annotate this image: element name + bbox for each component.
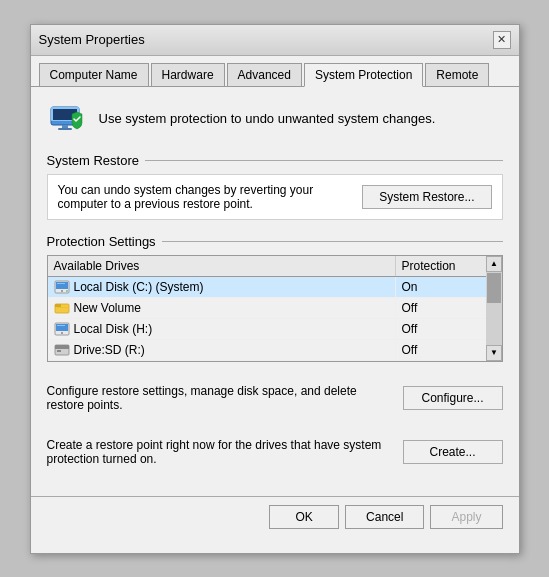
disk-icon	[54, 322, 70, 336]
tab-hardware[interactable]: Hardware	[151, 63, 225, 87]
restore-section: You can undo system changes by reverting…	[47, 174, 503, 220]
volume-icon	[54, 301, 70, 315]
col-drives-header: Available Drives	[48, 256, 396, 276]
svg-rect-3	[62, 125, 68, 128]
drive-cell: Drive:SD (R:)	[48, 340, 396, 360]
system-properties-window: System Properties ✕ Computer Name Hardwa…	[30, 24, 520, 554]
svg-rect-11	[55, 304, 61, 307]
col-protection-header: Protection	[396, 256, 486, 276]
tab-bar: Computer Name Hardware Advanced System P…	[31, 56, 519, 87]
table-row[interactable]: New Volume Off	[48, 298, 486, 319]
configure-section: Configure restore settings, manage disk …	[47, 376, 503, 420]
system-restore-section: System Restore You can undo system chang…	[47, 153, 503, 220]
system-drive-icon	[54, 280, 70, 294]
table-body: Local Disk (C:) (System) On	[48, 277, 486, 361]
drive-cell: Local Disk (H:)	[48, 319, 396, 339]
tab-computer-name[interactable]: Computer Name	[39, 63, 149, 87]
protection-cell: Off	[396, 340, 486, 360]
tab-content: Use system protection to undo unwanted s…	[31, 87, 519, 496]
tab-advanced[interactable]: Advanced	[227, 63, 302, 87]
drive-cell: New Volume	[48, 298, 396, 318]
header-section: Use system protection to undo unwanted s…	[47, 99, 503, 139]
table-row[interactable]: Local Disk (H:) Off	[48, 319, 486, 340]
svg-rect-8	[57, 283, 65, 284]
scroll-down-arrow[interactable]: ▼	[486, 345, 502, 361]
system-restore-button[interactable]: System Restore...	[362, 185, 491, 209]
table-row[interactable]: Local Disk (C:) (System) On	[48, 277, 486, 298]
window-title: System Properties	[39, 32, 145, 47]
drives-table: Available Drives Protection	[47, 255, 503, 362]
create-section: Create a restore point right now for the…	[47, 430, 503, 474]
header-description: Use system protection to undo unwanted s…	[99, 111, 436, 126]
svg-rect-12	[57, 307, 67, 308]
table-scrollbar[interactable]: ▲ ▼	[486, 256, 502, 361]
svg-rect-18	[55, 345, 69, 349]
protection-cell: Off	[396, 298, 486, 318]
protection-cell: Off	[396, 319, 486, 339]
shield-icon	[47, 99, 87, 139]
svg-point-7	[61, 290, 63, 292]
configure-description: Configure restore settings, manage disk …	[47, 384, 393, 412]
table-main: Available Drives Protection	[48, 256, 486, 361]
ok-button[interactable]: OK	[269, 505, 339, 529]
protection-settings-section: Protection Settings Available Drives Pro…	[47, 234, 503, 362]
svg-point-9	[66, 290, 68, 292]
apply-button[interactable]: Apply	[430, 505, 502, 529]
scroll-up-arrow[interactable]: ▲	[486, 256, 502, 272]
drive-cell: Local Disk (C:) (System)	[48, 277, 396, 297]
close-button[interactable]: ✕	[493, 31, 511, 49]
table-row[interactable]: Drive:SD (R:) Off	[48, 340, 486, 361]
title-bar: System Properties ✕	[31, 25, 519, 56]
svg-point-15	[61, 332, 63, 334]
create-description: Create a restore point right now for the…	[47, 438, 393, 466]
dialog-footer: OK Cancel Apply	[31, 496, 519, 537]
create-button[interactable]: Create...	[403, 440, 503, 464]
svg-rect-4	[58, 128, 72, 130]
scroll-thumb[interactable]	[487, 273, 501, 303]
tab-system-protection[interactable]: System Protection	[304, 63, 423, 87]
scroll-track[interactable]	[486, 272, 502, 345]
table-header: Available Drives Protection	[48, 256, 486, 277]
card-drive-icon	[54, 343, 70, 357]
svg-rect-19	[57, 350, 61, 352]
protection-settings-label: Protection Settings	[47, 234, 503, 249]
system-restore-label: System Restore	[47, 153, 503, 168]
tab-remote[interactable]: Remote	[425, 63, 489, 87]
cancel-button[interactable]: Cancel	[345, 505, 424, 529]
protection-cell: On	[396, 277, 486, 297]
configure-button[interactable]: Configure...	[403, 386, 503, 410]
svg-rect-16	[57, 325, 65, 326]
restore-description: You can undo system changes by reverting…	[58, 183, 353, 211]
